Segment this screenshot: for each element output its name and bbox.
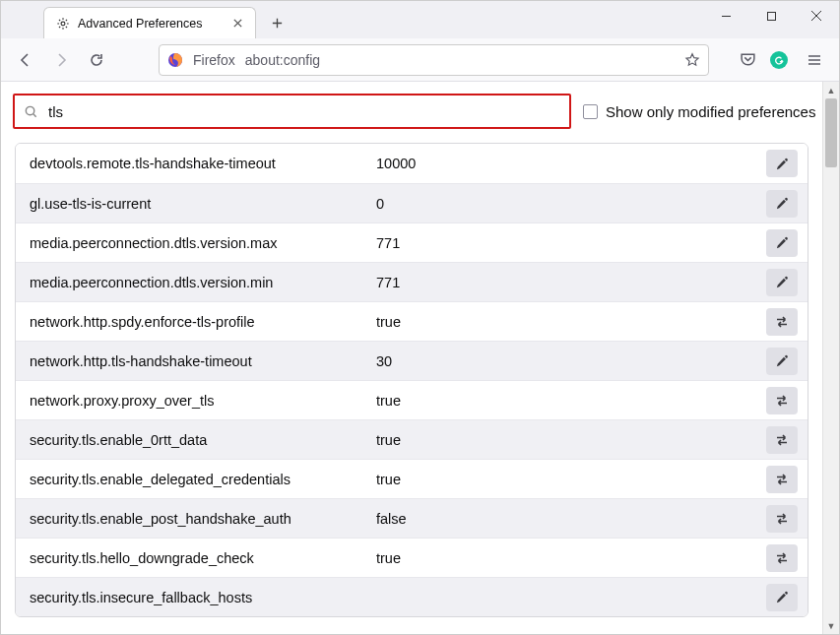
pref-name: security.tls.insecure_fallback_hosts — [30, 590, 376, 605]
extension-icon[interactable] — [770, 51, 788, 69]
scroll-down-icon[interactable]: ▼ — [823, 617, 839, 634]
pref-value: true — [376, 432, 766, 448]
pencil-icon — [775, 275, 790, 289]
toggle-icon — [774, 314, 790, 330]
toggle-icon — [774, 550, 790, 566]
pref-search-input[interactable] — [46, 102, 561, 121]
pref-row[interactable]: media.peerconnection.dtls.version.min771 — [16, 262, 808, 301]
pocket-icon[interactable] — [739, 51, 756, 69]
pencil-icon — [775, 235, 790, 250]
pref-row[interactable]: security.tls.enable_delegated_credential… — [16, 459, 808, 498]
scroll-thumb[interactable] — [825, 98, 837, 167]
edit-button[interactable] — [766, 229, 798, 257]
search-row: Show only modified preferences — [1, 88, 822, 139]
maximize-button[interactable] — [748, 1, 794, 31]
edit-button[interactable] — [766, 150, 798, 177]
toggle-icon — [774, 393, 790, 409]
pref-value: true — [376, 314, 766, 330]
pref-row[interactable]: network.http.spdy.enforce-tls-profiletru… — [16, 301, 808, 341]
checkbox-icon[interactable] — [583, 104, 598, 119]
edit-button[interactable] — [766, 348, 798, 375]
pref-value: 30 — [376, 353, 766, 369]
titlebar: Advanced Preferences — [1, 1, 839, 38]
svg-point-3 — [26, 106, 33, 114]
svg-rect-1 — [767, 12, 775, 20]
site-identity: Firefox — [193, 52, 235, 68]
toggle-button[interactable] — [766, 505, 798, 533]
url-text: about:config — [245, 52, 320, 68]
pref-value: 0 — [376, 196, 766, 212]
pref-name: media.peerconnection.dtls.version.min — [30, 275, 376, 290]
pref-row[interactable]: devtools.remote.tls-handshake-timeout100… — [16, 144, 808, 183]
pref-value: true — [376, 472, 766, 487]
pref-value: true — [376, 393, 766, 409]
toggle-button[interactable] — [766, 426, 798, 454]
tab-title: Advanced Preferences — [78, 17, 222, 31]
pref-name: security.tls.enable_post_handshake_auth — [30, 511, 376, 527]
toolbar: Firefox about:config — [1, 38, 839, 82]
scroll-up-icon[interactable]: ▲ — [823, 82, 839, 98]
page-content: Show only modified preferences devtools.… — [1, 82, 822, 634]
pref-value: false — [376, 511, 766, 527]
pref-row[interactable]: security.tls.insecure_fallback_hosts — [16, 577, 808, 616]
toggle-icon — [774, 511, 790, 527]
pref-value: 771 — [376, 235, 766, 251]
search-icon — [23, 103, 38, 119]
pref-row[interactable]: security.tls.hello_downgrade_checktrue — [16, 538, 808, 577]
app-menu-button[interactable] — [800, 45, 829, 75]
pref-name: network.proxy.proxy_over_tls — [30, 393, 376, 409]
pref-value: 10000 — [376, 156, 766, 171]
pref-name: network.http.tls-handshake-timeout — [30, 353, 376, 369]
pref-row[interactable]: network.http.tls-handshake-timeout30 — [16, 341, 808, 380]
pencil-icon — [775, 196, 790, 211]
scrollbar[interactable]: ▲ ▼ — [822, 82, 839, 634]
pref-value: true — [376, 550, 766, 566]
pref-row[interactable]: security.tls.enable_post_handshake_authf… — [16, 498, 808, 538]
gear-icon — [56, 17, 70, 31]
pref-search-box[interactable] — [13, 94, 571, 129]
pencil-icon — [775, 157, 790, 171]
browser-tab[interactable]: Advanced Preferences — [43, 7, 256, 38]
window-controls — [703, 1, 839, 31]
toggle-button[interactable] — [766, 544, 798, 572]
back-button[interactable] — [11, 45, 40, 75]
pref-name: gl.use-tls-is-current — [30, 196, 376, 212]
edit-button[interactable] — [766, 190, 798, 218]
bookmark-star-icon[interactable] — [684, 52, 700, 68]
toggle-icon — [774, 472, 790, 487]
toggle-icon — [774, 432, 790, 448]
new-tab-button[interactable] — [262, 8, 291, 37]
pref-row[interactable]: security.tls.enable_0rtt_datatrue — [16, 419, 808, 459]
toggle-button[interactable] — [766, 387, 798, 414]
address-bar[interactable]: Firefox about:config — [159, 44, 709, 76]
pref-name: security.tls.enable_0rtt_data — [30, 432, 376, 448]
minimize-button[interactable] — [703, 1, 748, 31]
pref-name: devtools.remote.tls-handshake-timeout — [30, 156, 376, 171]
pref-name: media.peerconnection.dtls.version.max — [30, 235, 376, 251]
show-only-label: Show only modified preferences — [606, 103, 815, 120]
show-only-modified-toggle[interactable]: Show only modified preferences — [583, 103, 815, 120]
pref-name: network.http.spdy.enforce-tls-profile — [30, 314, 376, 330]
firefox-icon — [167, 52, 183, 68]
viewport: Show only modified preferences devtools.… — [1, 82, 839, 634]
close-tab-icon[interactable] — [229, 16, 245, 32]
svg-point-0 — [61, 22, 65, 26]
toggle-button[interactable] — [766, 466, 798, 493]
toggle-button[interactable] — [766, 308, 798, 336]
close-window-button[interactable] — [794, 1, 839, 31]
pref-row[interactable]: gl.use-tls-is-current0 — [16, 183, 808, 222]
forward-button[interactable] — [46, 45, 76, 75]
pref-name: security.tls.hello_downgrade_check — [30, 550, 376, 566]
pref-row[interactable]: media.peerconnection.dtls.version.max771 — [16, 222, 808, 262]
prefs-table: devtools.remote.tls-handshake-timeout100… — [15, 143, 808, 617]
pref-value: 771 — [376, 275, 766, 290]
pref-name: security.tls.enable_delegated_credential… — [30, 472, 376, 487]
pencil-icon — [775, 353, 790, 368]
edit-button[interactable] — [766, 269, 798, 296]
pref-row[interactable]: network.proxy.proxy_over_tlstrue — [16, 380, 808, 419]
pencil-icon — [775, 590, 790, 604]
edit-button[interactable] — [766, 584, 798, 611]
reload-button[interactable] — [82, 45, 111, 75]
